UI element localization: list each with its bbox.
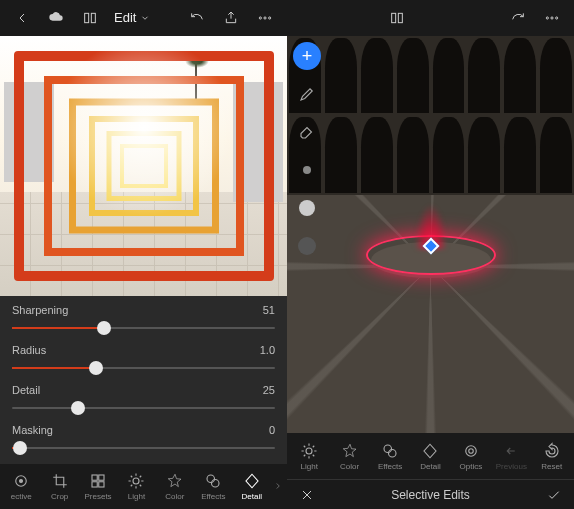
confirm-button[interactable] — [544, 479, 564, 510]
right-topbar — [287, 0, 574, 36]
compare-icon[interactable] — [381, 2, 413, 34]
svg-rect-0 — [85, 13, 89, 22]
svg-point-18 — [556, 17, 558, 19]
reset-icon — [543, 442, 561, 460]
svg-rect-9 — [92, 482, 97, 487]
tool-label: Crop — [51, 492, 68, 501]
tool-label: Color — [340, 462, 359, 471]
tool-light[interactable]: Light — [117, 468, 155, 505]
photo-preview[interactable]: + — [287, 36, 574, 433]
detail-icon — [243, 472, 261, 490]
right-pane: + LightColorEffectsDetailOpticsPreviousR… — [287, 0, 574, 509]
tool-presets[interactable]: Presets — [79, 468, 117, 505]
svg-rect-1 — [91, 13, 95, 22]
slider-value: 51 — [263, 304, 275, 316]
slider-value: 1.0 — [260, 344, 275, 356]
left-toolbar: ectiveCropPresetsLightColorEffectsDetail — [0, 464, 287, 509]
close-button[interactable] — [297, 479, 317, 510]
selection-dot-2[interactable] — [293, 194, 321, 222]
slider-knob[interactable] — [97, 321, 111, 335]
toolbar-scroll-right[interactable] — [271, 481, 285, 491]
edit-dropdown[interactable]: Edit — [108, 10, 156, 25]
undo-button[interactable] — [181, 2, 213, 34]
slider-value: 25 — [263, 384, 275, 396]
tool-label: Light — [128, 492, 145, 501]
effects-icon — [204, 472, 222, 490]
detail-sliders: Sharpening51 Radius1.0 Detail25 Masking0 — [0, 296, 287, 464]
tool-label: Optics — [460, 462, 483, 471]
slider-sharpening: Sharpening51 — [12, 304, 275, 340]
tool-label: Detail — [242, 492, 262, 501]
more-button[interactable] — [249, 2, 281, 34]
tool-color[interactable]: Color — [329, 438, 369, 475]
cloud-sync-icon[interactable] — [40, 2, 72, 34]
color-icon — [341, 442, 359, 460]
selective-edits-title: Selective Edits — [317, 488, 544, 502]
svg-rect-14 — [391, 13, 395, 22]
more-button[interactable] — [536, 2, 568, 34]
slider-label: Detail — [12, 384, 40, 396]
slider-track[interactable] — [12, 362, 275, 374]
selective-tools: + — [293, 42, 321, 260]
slider-masking: Masking0 — [12, 424, 275, 460]
tool-label: Presets — [84, 492, 111, 501]
selection-dot-3[interactable] — [293, 232, 321, 260]
slider-knob[interactable] — [71, 401, 85, 415]
photo-preview[interactable] — [0, 36, 287, 296]
svg-rect-15 — [398, 13, 402, 22]
tool-selective[interactable]: ective — [2, 468, 40, 505]
svg-point-22 — [466, 445, 477, 456]
slider-track[interactable] — [12, 402, 275, 414]
slider-detail: Detail25 — [12, 384, 275, 420]
tool-reset[interactable]: Reset — [532, 438, 572, 475]
svg-point-3 — [264, 17, 266, 19]
tool-previous[interactable]: Previous — [491, 438, 531, 475]
tool-crop[interactable]: Crop — [40, 468, 78, 505]
svg-rect-8 — [99, 475, 104, 480]
tool-label: Previous — [496, 462, 527, 471]
slider-label: Masking — [12, 424, 53, 436]
tool-detail[interactable]: Detail — [233, 468, 271, 505]
share-button[interactable] — [215, 2, 247, 34]
svg-point-11 — [133, 478, 139, 484]
slider-label: Sharpening — [12, 304, 68, 316]
svg-point-21 — [389, 449, 397, 457]
slider-knob[interactable] — [13, 441, 27, 455]
eraser-tool[interactable] — [293, 118, 321, 146]
svg-point-19 — [306, 448, 312, 454]
optics-icon — [462, 442, 480, 460]
tool-label: Light — [301, 462, 318, 471]
selective-icon — [12, 472, 30, 490]
selection-dot-1[interactable] — [293, 156, 321, 184]
left-pane: Edit Sharpening51 Radius1.0 Detail25 Mas… — [0, 0, 287, 509]
redo-button[interactable] — [502, 2, 534, 34]
slider-track[interactable] — [12, 322, 275, 334]
compare-icon[interactable] — [74, 2, 106, 34]
tool-label: Effects — [378, 462, 402, 471]
svg-point-16 — [546, 17, 548, 19]
svg-point-17 — [551, 17, 553, 19]
slider-track[interactable] — [12, 442, 275, 454]
svg-rect-7 — [92, 475, 97, 480]
add-selection-button[interactable]: + — [293, 42, 321, 70]
tool-effects[interactable]: Effects — [194, 468, 232, 505]
tool-light[interactable]: Light — [289, 438, 329, 475]
brush-tool[interactable] — [293, 80, 321, 108]
svg-point-4 — [269, 17, 271, 19]
tool-color[interactable]: Color — [156, 468, 194, 505]
detail-icon — [421, 442, 439, 460]
tool-detail[interactable]: Detail — [410, 438, 450, 475]
slider-value: 0 — [269, 424, 275, 436]
tool-optics[interactable]: Optics — [451, 438, 491, 475]
slider-knob[interactable] — [89, 361, 103, 375]
tool-effects[interactable]: Effects — [370, 438, 410, 475]
left-topbar: Edit — [0, 0, 287, 36]
svg-rect-10 — [99, 482, 104, 487]
right-toolbar: LightColorEffectsDetailOpticsPreviousRes… — [287, 433, 574, 479]
tool-label: ective — [11, 492, 32, 501]
tool-label: Color — [165, 492, 184, 501]
svg-point-2 — [259, 17, 261, 19]
back-button[interactable] — [6, 2, 38, 34]
presets-icon — [89, 472, 107, 490]
crop-icon — [51, 472, 69, 490]
